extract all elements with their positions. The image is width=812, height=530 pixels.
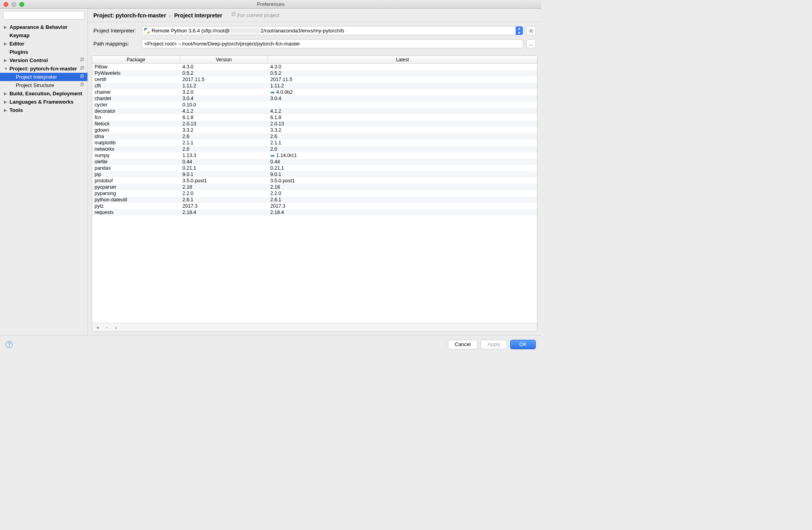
svg-line-19 — [532, 32, 533, 32]
interpreter-select[interactable]: R Remote Python 3.6.4 (sftp://root@xxxxx… — [142, 26, 523, 35]
cell-latest: 2.6 — [268, 134, 537, 139]
cancel-button[interactable]: Cancel — [448, 340, 477, 349]
cell-latest: 2.18.4 — [268, 210, 537, 215]
table-body: Pillow4.3.04.3.0PyWavelets0.5.20.5.2cert… — [92, 64, 537, 323]
cell-package: pip — [92, 172, 180, 177]
cell-latest: 3.3.2 — [268, 127, 537, 133]
sidebar-item-label: Appearance & Behavior — [9, 24, 68, 30]
cell-version: 3.0.4 — [180, 96, 268, 101]
sidebar-item-appearance-behavior[interactable]: ▶Appearance & Behavior — [0, 23, 87, 31]
sidebar-item-editor[interactable]: ▶Editor — [0, 40, 87, 48]
cell-package: filelock — [92, 121, 180, 127]
cell-latest: 3.5.0.post1 — [268, 178, 537, 184]
cell-package: matplotlib — [92, 140, 180, 146]
table-row[interactable]: certifi2017.11.52017.11.5 — [92, 76, 537, 83]
table-row[interactable]: cffi1.11.21.11.2 — [92, 83, 537, 89]
table-row[interactable]: PyWavelets0.5.20.5.2 — [92, 70, 537, 76]
sidebar-item-label: Project: pytorch-fcn-master — [9, 66, 77, 72]
table-row[interactable]: chainer3.2.0➡4.0.0b2 — [92, 89, 537, 95]
svg-line-21 — [532, 29, 533, 29]
sidebar-item-tools[interactable]: ▶Tools — [0, 106, 87, 114]
disclosure-arrow-icon: ▶ — [4, 25, 9, 29]
update-available-icon: ➡ — [270, 89, 275, 95]
table-row[interactable]: gdown3.3.23.3.2 — [92, 127, 537, 133]
sidebar-item-plugins[interactable]: Plugins — [0, 48, 87, 56]
header-latest[interactable]: Latest — [268, 56, 537, 63]
sidebar-item-keymap[interactable]: Keymap — [0, 31, 87, 40]
table-row[interactable]: Pillow4.3.04.3.0 — [92, 64, 537, 70]
table-row[interactable]: requests2.18.42.18.4 — [92, 209, 537, 216]
cell-latest: 2.2.0 — [268, 191, 537, 196]
sidebar-item-project-structure[interactable]: Project Structure — [0, 81, 87, 89]
cell-version: 1.13.3 — [180, 153, 268, 158]
sidebar-item-label: Build, Execution, Deployment — [9, 91, 82, 97]
sidebar-item-project-interpreter[interactable]: Project Interpreter — [0, 73, 87, 81]
table-row[interactable]: numpy1.13.3➡1.14.0rc1 — [92, 152, 537, 159]
table-row[interactable]: idna2.62.6 — [92, 133, 537, 140]
cell-version: 2.18.4 — [180, 210, 268, 215]
cell-version: 2.6 — [180, 134, 268, 139]
table-row[interactable]: chardet3.0.43.0.4 — [92, 95, 537, 102]
cell-version: 6.1.8 — [180, 115, 268, 120]
header-version[interactable]: Version — [180, 56, 268, 63]
cell-latest: 4.1.2 — [268, 108, 537, 114]
table-row[interactable]: cycler0.10.0 — [92, 102, 537, 108]
table-row[interactable]: fcn6.1.86.1.8 — [92, 114, 537, 121]
cell-package: networkx — [92, 146, 180, 152]
cell-package: certifi — [92, 77, 180, 82]
header-package[interactable]: Package — [92, 56, 180, 63]
copy-icon — [80, 83, 84, 88]
sidebar-item-project-pytorch-fcn-master[interactable]: ▼Project: pytorch-fcn-master — [0, 64, 87, 73]
sidebar-item-label: Tools — [9, 107, 23, 113]
copy-icon — [80, 58, 84, 63]
cell-package: Pillow — [92, 64, 180, 70]
add-package-button[interactable]: + — [96, 324, 100, 331]
path-mappings-input[interactable] — [142, 39, 523, 48]
table-row[interactable]: protobuf3.5.0.post13.5.0.post1 — [92, 178, 537, 184]
ok-button[interactable]: OK — [510, 340, 536, 349]
search-input[interactable] — [3, 11, 84, 20]
sidebar-item-label: Keymap — [9, 32, 30, 38]
cell-package: fcn — [92, 115, 180, 120]
breadcrumb-separator: › — [169, 12, 171, 19]
cell-version: 4.3.0 — [180, 64, 268, 70]
breadcrumb-hint: For current project — [231, 12, 279, 18]
table-row[interactable]: matplotlib2.1.12.1.1 — [92, 140, 537, 146]
cell-package: idna — [92, 134, 180, 139]
table-row[interactable]: pandas0.21.10.21.1 — [92, 165, 537, 171]
svg-point-13 — [530, 30, 532, 32]
cell-package: pandas — [92, 165, 180, 171]
path-mappings-browse-button[interactable]: ... — [526, 39, 536, 48]
svg-text:R: R — [148, 31, 150, 34]
table-row[interactable]: python-dateutil2.6.12.6.1 — [92, 197, 537, 203]
sidebar-item-build-execution-deployment[interactable]: ▶Build, Execution, Deployment — [0, 89, 87, 98]
cell-package: cycler — [92, 102, 180, 108]
table-row[interactable]: pyparsing2.2.02.2.0 — [92, 190, 537, 197]
table-row[interactable]: networkx2.02.0 — [92, 146, 537, 152]
gear-button[interactable] — [526, 26, 536, 35]
svg-line-20 — [529, 32, 530, 32]
cell-latest: ➡1.14.0rc1 — [268, 153, 537, 159]
cell-package: chardet — [92, 96, 180, 101]
cell-latest: 2017.3 — [268, 203, 537, 209]
help-button[interactable]: ? — [6, 341, 13, 348]
disclosure-arrow-icon: ▶ — [4, 91, 9, 96]
cell-latest: 9.0.1 — [268, 172, 537, 177]
table-row[interactable]: pytz2017.32017.3 — [92, 203, 537, 209]
cell-latest: 0.21.1 — [268, 165, 537, 171]
sidebar-item-version-control[interactable]: ▶Version Control — [0, 56, 87, 64]
table-row[interactable]: pycparser2.182.18 — [92, 184, 537, 190]
disclosure-arrow-icon: ▶ — [4, 108, 9, 112]
upgrade-package-button[interactable]: ▲ — [114, 325, 118, 329]
table-row[interactable]: decorator4.1.24.1.2 — [92, 108, 537, 114]
table-row[interactable]: olefile0.440.44 — [92, 159, 537, 165]
cell-package: cffi — [92, 83, 180, 89]
sidebar-item-languages-frameworks[interactable]: ▶Languages & Frameworks — [0, 98, 87, 106]
table-row[interactable]: pip9.0.19.0.1 — [92, 171, 537, 178]
cell-version: 2017.11.5 — [180, 77, 268, 82]
cell-version: 9.0.1 — [180, 172, 268, 177]
remove-package-button[interactable]: − — [105, 324, 109, 331]
table-row[interactable]: filelock2.0.132.0.13 — [92, 121, 537, 127]
cell-package: decorator — [92, 108, 180, 114]
sidebar-item-label: Project Interpreter — [16, 74, 57, 80]
